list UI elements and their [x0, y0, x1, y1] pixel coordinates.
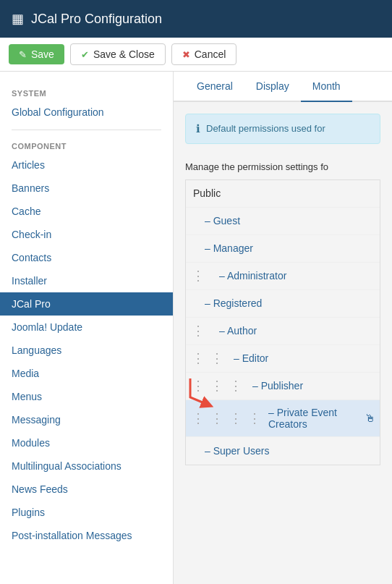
system-section-label: SYSTEM: [0, 83, 173, 101]
manage-permissions-text: Manage the permission settings fo: [185, 156, 380, 179]
cancel-button[interactable]: ✖ Cancel: [171, 43, 237, 65]
sidebar-item-contacts[interactable]: Contacts: [0, 246, 173, 269]
perm-row-manager[interactable]: – Manager: [186, 235, 380, 263]
sidebar-item-joomla-update[interactable]: Joomla! Update: [0, 316, 173, 339]
sidebar-item-media[interactable]: Media: [0, 362, 173, 385]
drag-handle-pec-4[interactable]: ⋮: [245, 410, 264, 426]
tab-general[interactable]: General: [185, 72, 244, 102]
drag-handle-publisher-2[interactable]: ⋮: [208, 378, 226, 394]
permission-list: Public – Guest – Manager ⋮ – Administrat…: [185, 179, 380, 465]
drag-handle-pec-1[interactable]: ⋮: [186, 410, 208, 426]
sidebar-item-global-config[interactable]: Global Configuration: [0, 101, 173, 124]
sidebar-item-messaging[interactable]: Messaging: [0, 408, 173, 431]
drag-handle-publisher-1[interactable]: ⋮: [186, 378, 208, 394]
drag-handle-publisher-3[interactable]: ⋮: [226, 378, 245, 394]
sidebar-item-plugins[interactable]: Plugins: [0, 501, 173, 524]
sidebar-item-modules[interactable]: Modules: [0, 431, 173, 454]
perm-label-guest: – Guest: [186, 208, 380, 233]
component-section-label: COMPONENT: [0, 136, 173, 153]
save-close-button[interactable]: ✔ Save & Close: [70, 43, 166, 65]
drag-handle-author[interactable]: ⋮: [186, 323, 208, 339]
sidebar-item-multilingual[interactable]: Multilingual Associations: [0, 454, 173, 478]
sidebar-item-articles[interactable]: Articles: [0, 153, 173, 177]
cancel-icon: ✖: [182, 49, 190, 60]
perm-row-guest[interactable]: – Guest: [186, 208, 380, 235]
perm-row-registered[interactable]: – Registered: [186, 290, 380, 318]
sidebar-item-menus[interactable]: Menus: [0, 385, 173, 408]
check-icon: ✔: [81, 49, 89, 60]
save-close-label: Save & Close: [93, 48, 155, 60]
drag-handle-administrator[interactable]: ⋮: [186, 268, 208, 284]
info-text: Default permissions used for: [206, 122, 325, 136]
perm-row-administrator[interactable]: ⋮ – Administrator: [186, 263, 380, 290]
sidebar-item-banners[interactable]: Banners: [0, 177, 173, 200]
save-label: Save: [31, 48, 54, 60]
tab-bar: General Display Month: [174, 72, 392, 102]
save-button[interactable]: ✎ Save: [9, 44, 64, 64]
sidebar-item-cache[interactable]: Cache: [0, 200, 173, 223]
info-icon: ℹ: [196, 122, 200, 135]
perm-label-super-users: – Super Users: [186, 439, 380, 463]
cancel-label: Cancel: [195, 48, 226, 60]
info-box: ℹ Default permissions used for: [185, 114, 380, 144]
public-label: Public: [186, 182, 380, 205]
hand-cursor-icon: 🖱: [365, 412, 375, 424]
perm-label-editor: – Editor: [226, 346, 380, 371]
save-icon: ✎: [19, 49, 27, 60]
perm-label-author: – Author: [208, 318, 380, 343]
drag-handle-editor-2[interactable]: ⋮: [208, 350, 226, 366]
perm-label-registered: – Registered: [186, 291, 380, 316]
perm-row-author[interactable]: ⋮ – Author: [186, 318, 380, 345]
perm-label-publisher: – Publisher: [245, 373, 380, 398]
perm-label-manager: – Manager: [186, 236, 380, 261]
perm-row-private-event-creators[interactable]: ⋮ ⋮ ⋮ ⋮ – Private Event Creators 🖱: [186, 400, 380, 437]
sidebar-item-checkin[interactable]: Check-in: [0, 223, 173, 246]
sidebar-item-jcal-pro[interactable]: JCal Pro: [0, 292, 173, 316]
page-layout: SYSTEM Global Configuration COMPONENT Ar…: [0, 72, 392, 584]
sidebar: SYSTEM Global Configuration COMPONENT Ar…: [0, 72, 174, 584]
sidebar-item-languages[interactable]: Languages: [0, 339, 173, 362]
sidebar-item-installer[interactable]: Installer: [0, 269, 173, 292]
app-header: ▦ JCal Pro Configuration: [0, 0, 392, 38]
tab-month[interactable]: Month: [301, 72, 352, 102]
perm-label-private-event-creators: – Private Event Creators 🖱: [264, 400, 380, 436]
perm-row-editor[interactable]: ⋮ ⋮ – Editor: [186, 345, 380, 373]
sidebar-item-newsfeeds[interactable]: News Feeds: [0, 478, 173, 501]
app-title: JCal Pro Configuration: [31, 12, 162, 27]
tab-display[interactable]: Display: [244, 72, 301, 102]
app-icon: ▦: [12, 11, 24, 27]
drag-handle-pec-3[interactable]: ⋮: [226, 410, 245, 426]
perm-row-super-users[interactable]: – Super Users: [186, 437, 380, 465]
sidebar-item-post-installation[interactable]: Post-installation Messages: [0, 524, 173, 547]
sidebar-divider: [12, 130, 161, 130]
main-content: General Display Month ℹ Default permissi…: [174, 72, 392, 584]
perm-row-public: Public: [186, 180, 380, 208]
drag-handle-editor-1[interactable]: ⋮: [186, 350, 208, 366]
perm-row-publisher[interactable]: ⋮ ⋮ ⋮ – Publisher: [186, 373, 380, 400]
drag-handle-pec-2[interactable]: ⋮: [208, 410, 226, 426]
toolbar: ✎ Save ✔ Save & Close ✖ Cancel: [0, 38, 392, 72]
perm-label-administrator: – Administrator: [208, 263, 380, 288]
tab-content: ℹ Default permissions used for Manage th…: [174, 102, 392, 477]
